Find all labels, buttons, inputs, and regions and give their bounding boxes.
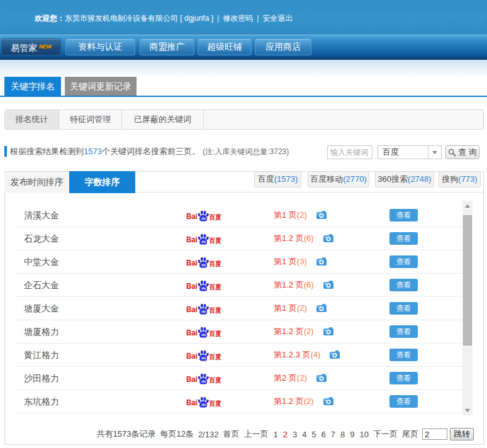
keyword-cell: 石龙大金 [24, 227, 59, 250]
page-number-link[interactable]: 2 [283, 430, 288, 439]
sort-tab-word-count[interactable]: 字数排序 [69, 171, 135, 193]
tab-keyword-ranking[interactable]: 关键字排名 [4, 77, 61, 96]
subtab-feature-words[interactable]: 特征词管理 [59, 110, 122, 129]
select-arrow-zone[interactable] [428, 146, 441, 159]
rank-pages: 第1 页 [274, 257, 297, 266]
svg-text:du: du [201, 403, 206, 406]
rank-cell: 第1.2.3 页(4) [274, 344, 340, 366]
engine-select-value: 百度 [383, 146, 399, 159]
page-number-link[interactable]: 10 [360, 430, 369, 439]
nav-item-label: 资料与认证 [79, 42, 123, 52]
page-number-link[interactable]: 4 [302, 430, 306, 439]
query-button[interactable]: 查 询 [445, 145, 479, 159]
jump-page-input[interactable] [422, 428, 447, 440]
camera-icon[interactable] [316, 211, 327, 219]
subtab-blocked-keywords[interactable]: 已屏蔽的关键词 [122, 110, 204, 129]
prev-page-link[interactable]: 上一页 [244, 428, 268, 440]
camera-icon[interactable] [316, 257, 327, 266]
company-name: 东莞市骏发机电制冷设备有限公司 [ dgjunfa ] [65, 14, 213, 23]
view-button[interactable]: 查看 [389, 372, 418, 384]
view-button[interactable]: 查看 [389, 279, 418, 291]
camera-icon[interactable] [316, 374, 327, 382]
change-password-link[interactable]: 修改密码 [223, 14, 253, 23]
svg-text:Bai: Bai [186, 235, 198, 244]
scrollbar-thumb[interactable] [463, 215, 472, 345]
nav-item-credentials[interactable]: 资料与认证 [65, 38, 135, 55]
camera-icon[interactable] [323, 397, 333, 405]
engine-link-360[interactable]: 360搜索(2748) [375, 171, 434, 188]
baidu-logo: Bai du 百度 [186, 372, 221, 385]
table-scrollbar[interactable] [462, 201, 473, 415]
nav-item-alliance-promo[interactable]: 商盟推广 [140, 38, 194, 55]
svg-text:百度: 百度 [209, 306, 221, 314]
rank-count: (2) [304, 327, 314, 336]
tab-keyword-update-log[interactable]: 关键词更新记录 [65, 77, 137, 96]
page-indicator: 2/132 [198, 430, 219, 439]
scrollbar-up-arrow-icon[interactable] [462, 201, 473, 211]
subtab-ranking-stats[interactable]: 排名统计 [5, 110, 59, 129]
page-number-link[interactable]: 8 [340, 430, 345, 439]
view-button[interactable]: 查看 [389, 349, 418, 361]
sort-tab-publish-time[interactable]: 发布时间排序 [4, 172, 69, 193]
page-number-link[interactable]: 3 [293, 430, 297, 439]
engine-link-baidu-mobile[interactable]: 百度移动(2770) [308, 171, 369, 188]
view-button[interactable]: 查看 [389, 232, 418, 245]
triangle-up [465, 204, 470, 208]
records-per-page: 每页12条 [160, 428, 193, 440]
table-row: 中堂大金 Bai du 百度 [16, 250, 462, 274]
nav-item-app-store[interactable]: 应用商店 [255, 38, 311, 55]
view-button[interactable]: 查看 [389, 209, 418, 221]
keyword-search-input[interactable] [327, 145, 372, 159]
page-number-link[interactable]: 1 [273, 430, 277, 439]
last-page-link[interactable]: 尾页 [402, 428, 418, 440]
rank-count: (2) [297, 303, 307, 313]
logout-link[interactable]: 安全退出 [262, 14, 293, 23]
baidu-logo: Bai du 百度 [186, 256, 221, 269]
welcome-greeting: 欢迎您： [35, 14, 65, 23]
nav-item-super-shop[interactable]: 超级旺铺 [198, 38, 252, 55]
svg-text:Bai: Bai [186, 211, 198, 221]
keyword-rows: 清溪大金 Bai du 百度 [16, 193, 462, 413]
page-number-link[interactable]: 6 [322, 430, 326, 439]
svg-text:Bai: Bai [186, 351, 198, 361]
camera-icon[interactable] [323, 281, 333, 289]
view-button[interactable]: 查看 [389, 302, 418, 315]
rank-cell: 第2 页(2) [274, 367, 327, 389]
nav-item-yiguanjia[interactable]: 易管家NEW [1, 38, 61, 55]
baidu-paw-icon: du [198, 374, 209, 384]
table-row: 沙田格力 Bai du 百度 [16, 367, 462, 390]
svg-text:Bai: Bai [186, 374, 198, 384]
page-number-link[interactable]: 7 [331, 430, 335, 439]
rank-count: (3) [297, 257, 307, 266]
camera-icon[interactable] [330, 350, 340, 359]
svg-text:百度: 百度 [209, 330, 221, 337]
keyword-cell: 清溪大金 [24, 204, 59, 227]
camera-icon[interactable] [323, 234, 333, 242]
baidu-logo: Bai du 百度 [186, 279, 221, 292]
jump-button[interactable]: 跳转 [450, 428, 474, 440]
scrollbar-down-arrow-icon[interactable] [462, 405, 473, 415]
keyword-cell: 中堂大金 [24, 250, 59, 273]
summary-note: (注:入库关键词总量:3723) [203, 147, 289, 156]
view-button[interactable]: 查看 [389, 395, 418, 408]
view-button[interactable]: 查看 [389, 325, 418, 338]
view-button[interactable]: 查看 [389, 255, 418, 268]
page-number-link[interactable]: 5 [311, 430, 316, 439]
engine-link-name: 百度移动 [310, 174, 343, 184]
rank-cell: 第1 页(2) [274, 204, 327, 227]
keyword-cell: 企石大金 [24, 274, 59, 296]
first-page-link[interactable]: 首页 [223, 428, 239, 440]
engine-link-count: (773) [458, 174, 477, 184]
engine-select[interactable]: 百度 [378, 145, 442, 159]
engine-link-count: (1573) [274, 174, 298, 184]
baidu-paw-icon: du [198, 211, 209, 221]
camera-icon[interactable] [316, 304, 327, 312]
page-number-link[interactable]: 9 [350, 430, 354, 439]
camera-icon[interactable] [323, 327, 333, 335]
query-button-label: 查 询 [458, 147, 477, 158]
table-row: 塘厦大金 Bai du 百度 [16, 297, 462, 320]
engine-link-baidu[interactable]: 百度(1573) [254, 171, 301, 188]
engine-link-sogou[interactable]: 搜狗(773) [439, 171, 481, 188]
next-page-link[interactable]: 下一页 [373, 428, 398, 440]
rank-pages: 第1.2 页 [274, 327, 304, 336]
